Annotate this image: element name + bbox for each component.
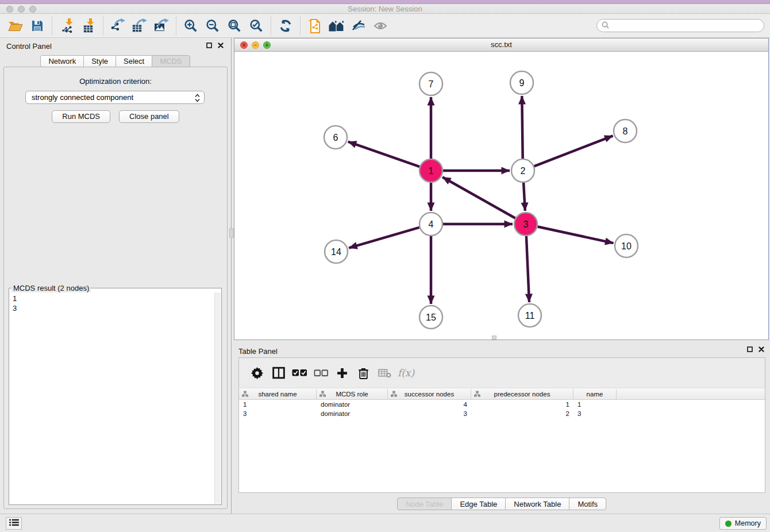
select-all-checked-button[interactable] (289, 363, 310, 383)
graph-node-3[interactable]: 3 (514, 213, 537, 236)
cell-name[interactable]: 1 (573, 400, 617, 409)
network-canvas: 7968124314101511 (234, 52, 768, 340)
cell-successor-nodes[interactable]: 4 (388, 400, 471, 409)
column-header-predecessor-nodes[interactable]: predecessor nodes (471, 389, 573, 399)
graph-node-8[interactable]: 8 (614, 119, 637, 142)
zoom-out-button[interactable] (202, 16, 224, 36)
float-table-panel-icon[interactable] (747, 346, 753, 352)
table-import-button[interactable] (78, 16, 99, 36)
mcds-result-title: MCDS result (2 nodes) (11, 284, 91, 292)
zoom-in-icon (184, 19, 198, 33)
cell-name[interactable]: 3 (573, 409, 617, 418)
eye-slash-button[interactable] (348, 16, 369, 36)
cell-shared-name[interactable]: 1 (239, 400, 317, 409)
plus-button[interactable] (332, 363, 353, 383)
zoom-selected-button[interactable] (245, 16, 267, 36)
deselect-all-button[interactable] (310, 363, 332, 383)
close-table-panel-icon[interactable] (759, 346, 764, 352)
edge-4-14[interactable] (349, 228, 419, 248)
application-window: Session: New Session Control Panel Netwo… (0, 0, 770, 532)
table-panel-title: Table Panel (238, 347, 278, 356)
run-mcds-button[interactable]: Run MCDS (52, 110, 110, 123)
column-header-shared-name[interactable]: shared name (239, 389, 317, 399)
cell-shared-name[interactable]: 3 (239, 409, 317, 418)
task-history-button[interactable] (6, 517, 22, 530)
network-export-button[interactable] (107, 16, 129, 36)
cell-predecessor-nodes[interactable]: 2 (471, 409, 573, 418)
search-input[interactable] (612, 22, 759, 30)
tab-mcds[interactable]: MCDS (152, 55, 190, 67)
tab-style[interactable]: Style (83, 55, 116, 67)
network-maximize-button[interactable]: + (263, 41, 271, 49)
edge-2-9[interactable] (522, 96, 522, 159)
tab-select[interactable]: Select (116, 55, 152, 67)
graph-node-2[interactable]: 2 (511, 159, 534, 182)
table-panel-tabs: Node TableEdge TableNetwork TableMotifs (234, 498, 770, 510)
network-scroll-grip[interactable] (492, 336, 496, 340)
refresh-arrows-button[interactable] (275, 16, 297, 36)
list-icon (9, 518, 19, 529)
titlebar-accent-strip (0, 0, 770, 4)
table-row-1[interactable]: 1dominator411 (239, 400, 765, 409)
edge-2-3[interactable] (523, 183, 525, 211)
zoom-selected-icon (249, 19, 263, 33)
split-panel-button[interactable] (268, 363, 289, 383)
hierarchy-icon (474, 391, 480, 398)
trash-button[interactable] (353, 363, 374, 383)
cell-MCDS-role[interactable]: dominator (317, 409, 388, 418)
zoom-in-button[interactable] (180, 16, 202, 36)
document-network-button[interactable] (304, 16, 326, 36)
graph-node-10[interactable]: 10 (615, 234, 638, 257)
result-scrollbar[interactable] (214, 292, 221, 504)
edge-3-10[interactable] (538, 227, 614, 244)
table-row-2[interactable]: 3dominator323 (239, 409, 765, 418)
tab-edge-table[interactable]: Edge Table (451, 498, 506, 510)
float-panel-icon[interactable] (206, 43, 212, 48)
edge-3-1[interactable] (442, 177, 515, 218)
column-header-successor-nodes[interactable]: successor nodes (388, 389, 471, 399)
graph-node-15[interactable]: 15 (419, 306, 442, 329)
tab-node-table[interactable]: Node Table (397, 498, 452, 510)
optimization-criterion-select[interactable]: strongly connected component (25, 91, 205, 104)
cell-MCDS-role[interactable]: dominator (317, 400, 388, 409)
graph-node-14[interactable]: 14 (325, 240, 348, 263)
image-export-button[interactable] (151, 16, 172, 36)
network-close-button[interactable]: × (240, 41, 248, 49)
edge-3-11[interactable] (526, 236, 529, 302)
table-export-icon (132, 18, 148, 33)
svg-text:1: 1 (429, 166, 434, 176)
graph-node-11[interactable]: 11 (518, 304, 541, 327)
window-title: Session: New Session (0, 4, 770, 14)
close-panel-button[interactable]: Close panel (119, 110, 179, 123)
tab-network-table[interactable]: Network Table (505, 498, 569, 510)
houses-button[interactable] (326, 16, 348, 36)
panel-divider-grip[interactable] (229, 228, 234, 238)
open-folder-button[interactable] (5, 16, 26, 36)
table-export-button[interactable] (129, 16, 151, 36)
zoom-fit-button[interactable] (224, 16, 245, 36)
gear-button[interactable] (247, 363, 268, 383)
save-floppy-button[interactable] (26, 16, 48, 36)
tab-network[interactable]: Network (40, 55, 84, 67)
column-header-name[interactable]: name (573, 389, 617, 399)
hierarchy-icon (391, 391, 397, 398)
column-header-filler (617, 389, 765, 399)
graph-node-9[interactable]: 9 (510, 71, 533, 94)
network-minimize-button[interactable]: − (252, 41, 259, 49)
graph-node-1[interactable]: 1 (419, 159, 442, 182)
edge-2-8[interactable] (534, 136, 613, 166)
mcds-result-textarea[interactable]: 1 3 (10, 292, 214, 504)
memory-button[interactable]: Memory (719, 517, 767, 530)
graph-node-7[interactable]: 7 (419, 72, 442, 95)
graph-node-6[interactable]: 6 (324, 126, 347, 149)
column-header-MCDS-role[interactable]: MCDS role (317, 389, 388, 399)
close-panel-icon[interactable] (218, 43, 224, 48)
window-titlebar: Session: New Session (0, 0, 770, 14)
cell-successor-nodes[interactable]: 3 (388, 409, 471, 418)
edge-1-6[interactable] (348, 142, 420, 167)
tab-motifs[interactable]: Motifs (569, 498, 606, 510)
network-import-button[interactable] (56, 16, 78, 36)
memory-status-dot (725, 521, 732, 527)
cell-predecessor-nodes[interactable]: 1 (471, 400, 573, 409)
graph-node-4[interactable]: 4 (419, 213, 442, 236)
